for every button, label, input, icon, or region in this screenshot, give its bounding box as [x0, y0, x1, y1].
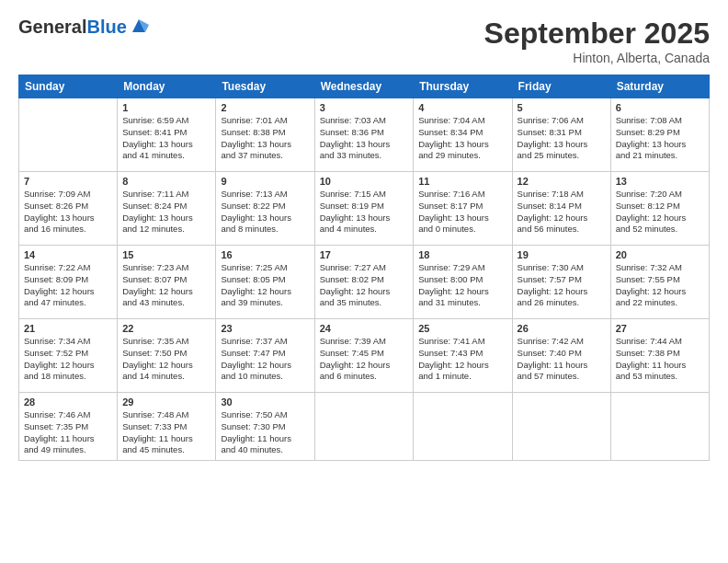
- title-block: September 2025 Hinton, Alberta, Canada: [484, 17, 710, 65]
- day-info: Sunrise: 6:59 AMSunset: 8:41 PMDaylight:…: [122, 115, 210, 162]
- day-number: 16: [221, 249, 309, 260]
- logo-blue: Blue: [86, 17, 126, 37]
- weekday-header-wednesday: Wednesday: [314, 75, 414, 98]
- week-row-1: 1Sunrise: 6:59 AMSunset: 8:41 PMDaylight…: [19, 98, 710, 172]
- calendar-cell: 14Sunrise: 7:22 AMSunset: 8:09 PMDayligh…: [19, 246, 118, 319]
- day-number: 7: [24, 176, 112, 187]
- calendar-cell: 2Sunrise: 7:01 AMSunset: 8:38 PMDaylight…: [216, 98, 314, 172]
- page: GeneralBlue September 2025 Hinton, Alber…: [0, 0, 728, 563]
- day-number: 27: [616, 323, 704, 334]
- day-number: 6: [616, 102, 704, 113]
- calendar-cell: 23Sunrise: 7:37 AMSunset: 7:47 PMDayligh…: [216, 319, 314, 393]
- calendar-cell: 15Sunrise: 7:23 AMSunset: 8:07 PMDayligh…: [118, 246, 216, 319]
- day-info: Sunrise: 7:46 AMSunset: 7:35 PMDaylight:…: [24, 409, 112, 456]
- calendar-cell: 21Sunrise: 7:34 AMSunset: 7:52 PMDayligh…: [19, 319, 118, 393]
- calendar-cell: 19Sunrise: 7:30 AMSunset: 7:57 PMDayligh…: [512, 246, 610, 319]
- day-info: Sunrise: 7:48 AMSunset: 7:33 PMDaylight:…: [122, 409, 210, 456]
- month-title: September 2025: [484, 17, 710, 51]
- calendar-cell: [314, 393, 414, 461]
- logo-icon: [129, 16, 149, 36]
- day-number: 10: [320, 176, 409, 187]
- calendar-cell: 11Sunrise: 7:16 AMSunset: 8:17 PMDayligh…: [414, 172, 512, 246]
- calendar-cell: 13Sunrise: 7:20 AMSunset: 8:12 PMDayligh…: [610, 172, 709, 246]
- day-number: 1: [122, 102, 210, 113]
- day-info: Sunrise: 7:41 AMSunset: 7:43 PMDaylight:…: [418, 336, 506, 383]
- calendar-cell: 27Sunrise: 7:44 AMSunset: 7:38 PMDayligh…: [610, 319, 709, 393]
- calendar-cell: [512, 393, 610, 461]
- weekday-header-tuesday: Tuesday: [216, 75, 314, 98]
- weekday-header-row: SundayMondayTuesdayWednesdayThursdayFrid…: [19, 75, 710, 98]
- day-info: Sunrise: 7:16 AMSunset: 8:17 PMDaylight:…: [418, 189, 506, 236]
- calendar-cell: 12Sunrise: 7:18 AMSunset: 8:14 PMDayligh…: [512, 172, 610, 246]
- day-info: Sunrise: 7:27 AMSunset: 8:02 PMDaylight:…: [320, 262, 409, 309]
- day-number: 18: [418, 249, 506, 260]
- day-number: 5: [518, 102, 606, 113]
- logo-text: GeneralBlue: [18, 17, 127, 37]
- day-number: 29: [122, 396, 210, 408]
- day-info: Sunrise: 7:11 AMSunset: 8:24 PMDaylight:…: [122, 189, 210, 236]
- week-row-3: 14Sunrise: 7:22 AMSunset: 8:09 PMDayligh…: [19, 246, 710, 319]
- day-info: Sunrise: 7:42 AMSunset: 7:40 PMDaylight:…: [518, 336, 606, 383]
- day-number: 17: [320, 249, 409, 260]
- calendar-cell: 25Sunrise: 7:41 AMSunset: 7:43 PMDayligh…: [414, 319, 512, 393]
- calendar-cell: 22Sunrise: 7:35 AMSunset: 7:50 PMDayligh…: [118, 319, 216, 393]
- weekday-header-friday: Friday: [512, 75, 610, 98]
- day-info: Sunrise: 7:50 AMSunset: 7:30 PMDaylight:…: [221, 409, 309, 456]
- calendar-cell: 9Sunrise: 7:13 AMSunset: 8:22 PMDaylight…: [216, 172, 314, 246]
- day-info: Sunrise: 7:08 AMSunset: 8:29 PMDaylight:…: [616, 115, 704, 162]
- day-info: Sunrise: 7:37 AMSunset: 7:47 PMDaylight:…: [221, 336, 309, 383]
- calendar-cell: 29Sunrise: 7:48 AMSunset: 7:33 PMDayligh…: [118, 393, 216, 461]
- day-number: 2: [221, 102, 309, 113]
- day-info: Sunrise: 7:23 AMSunset: 8:07 PMDaylight:…: [122, 262, 210, 309]
- day-number: 12: [518, 176, 606, 187]
- day-number: 20: [616, 249, 704, 260]
- day-info: Sunrise: 7:44 AMSunset: 7:38 PMDaylight:…: [616, 336, 704, 383]
- calendar-cell: 30Sunrise: 7:50 AMSunset: 7:30 PMDayligh…: [216, 393, 314, 461]
- weekday-header-thursday: Thursday: [414, 75, 512, 98]
- week-row-5: 28Sunrise: 7:46 AMSunset: 7:35 PMDayligh…: [19, 393, 710, 461]
- day-number: 19: [518, 249, 606, 260]
- logo-general: General: [18, 17, 86, 37]
- day-info: Sunrise: 7:03 AMSunset: 8:36 PMDaylight:…: [320, 115, 409, 162]
- day-number: 25: [418, 323, 506, 334]
- calendar-cell: 17Sunrise: 7:27 AMSunset: 8:02 PMDayligh…: [314, 246, 414, 319]
- calendar-cell: 1Sunrise: 6:59 AMSunset: 8:41 PMDaylight…: [118, 98, 216, 172]
- calendar-cell: 26Sunrise: 7:42 AMSunset: 7:40 PMDayligh…: [512, 319, 610, 393]
- calendar-cell: 7Sunrise: 7:09 AMSunset: 8:26 PMDaylight…: [19, 172, 118, 246]
- day-info: Sunrise: 7:01 AMSunset: 8:38 PMDaylight:…: [221, 115, 309, 162]
- calendar-cell: [19, 98, 118, 172]
- calendar-cell: 24Sunrise: 7:39 AMSunset: 7:45 PMDayligh…: [314, 319, 414, 393]
- day-number: 22: [122, 323, 210, 334]
- day-info: Sunrise: 7:30 AMSunset: 7:57 PMDaylight:…: [518, 262, 606, 309]
- weekday-header-sunday: Sunday: [19, 75, 118, 98]
- day-info: Sunrise: 7:09 AMSunset: 8:26 PMDaylight:…: [24, 189, 112, 236]
- day-number: 8: [122, 176, 210, 187]
- day-info: Sunrise: 7:18 AMSunset: 8:14 PMDaylight:…: [518, 189, 606, 236]
- weekday-header-saturday: Saturday: [610, 75, 709, 98]
- day-number: 9: [221, 176, 309, 187]
- day-number: 28: [24, 396, 112, 408]
- logo: GeneralBlue: [18, 17, 149, 37]
- calendar-cell: [610, 393, 709, 461]
- header: GeneralBlue September 2025 Hinton, Alber…: [18, 17, 710, 65]
- day-number: 14: [24, 249, 112, 260]
- calendar-cell: 3Sunrise: 7:03 AMSunset: 8:36 PMDaylight…: [314, 98, 414, 172]
- week-row-4: 21Sunrise: 7:34 AMSunset: 7:52 PMDayligh…: [19, 319, 710, 393]
- weekday-header-monday: Monday: [118, 75, 216, 98]
- day-info: Sunrise: 7:13 AMSunset: 8:22 PMDaylight:…: [221, 189, 309, 236]
- day-number: 23: [221, 323, 309, 334]
- week-row-2: 7Sunrise: 7:09 AMSunset: 8:26 PMDaylight…: [19, 172, 710, 246]
- day-info: Sunrise: 7:39 AMSunset: 7:45 PMDaylight:…: [320, 336, 409, 383]
- calendar-cell: 6Sunrise: 7:08 AMSunset: 8:29 PMDaylight…: [610, 98, 709, 172]
- day-number: 3: [320, 102, 409, 113]
- day-number: 4: [418, 102, 506, 113]
- calendar-cell: 18Sunrise: 7:29 AMSunset: 8:00 PMDayligh…: [414, 246, 512, 319]
- day-info: Sunrise: 7:06 AMSunset: 8:31 PMDaylight:…: [518, 115, 606, 162]
- day-info: Sunrise: 7:34 AMSunset: 7:52 PMDaylight:…: [24, 336, 112, 383]
- day-info: Sunrise: 7:29 AMSunset: 8:00 PMDaylight:…: [418, 262, 506, 309]
- day-info: Sunrise: 7:35 AMSunset: 7:50 PMDaylight:…: [122, 336, 210, 383]
- day-info: Sunrise: 7:22 AMSunset: 8:09 PMDaylight:…: [24, 262, 112, 309]
- calendar-cell: 4Sunrise: 7:04 AMSunset: 8:34 PMDaylight…: [414, 98, 512, 172]
- calendar-table: SundayMondayTuesdayWednesdayThursdayFrid…: [18, 75, 710, 461]
- day-number: 24: [320, 323, 409, 334]
